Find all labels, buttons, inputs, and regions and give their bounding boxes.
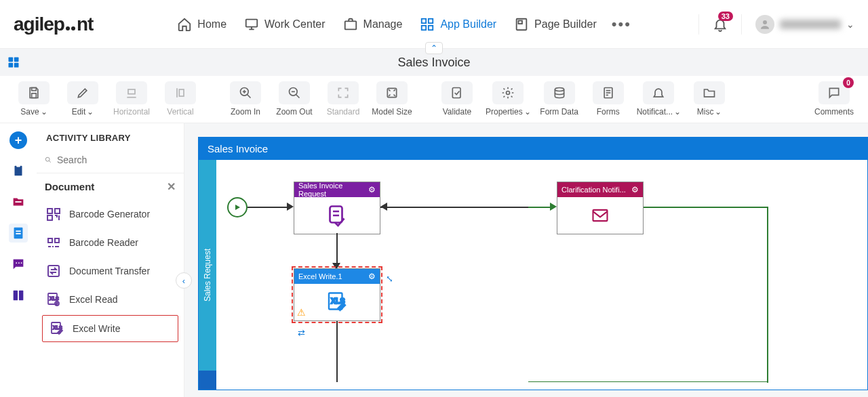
- node-clarification[interactable]: Clarification Notifi... ⚙: [557, 182, 644, 234]
- svg-rect-36: [15, 201, 21, 203]
- nav-home[interactable]: Home: [174, 13, 229, 36]
- notifications-toolbar-button[interactable]: Notificat... ⌄: [637, 81, 681, 117]
- brand-logo: agilepnt: [14, 14, 93, 35]
- form-icon: [601, 86, 615, 100]
- sync-icon[interactable]: ⇄: [298, 328, 305, 338]
- canvas-title: Sales Invoice: [198, 137, 868, 160]
- lib-item-barcode-generator[interactable]: Barcode Generator: [37, 200, 184, 228]
- nav-more[interactable]: •••: [612, 16, 631, 33]
- transfer-icon: [45, 262, 62, 280]
- search-input[interactable]: [57, 154, 176, 165]
- page-title: Sales Invoice: [397, 56, 470, 70]
- gear-icon[interactable]: ⚙: [631, 185, 639, 194]
- excel-read-icon: XLS: [45, 291, 62, 308]
- edit-button[interactable]: Edit ⌄: [62, 81, 103, 117]
- svg-point-8: [763, 20, 767, 24]
- close-icon[interactable]: ✕: [167, 180, 176, 193]
- svg-rect-59: [330, 207, 342, 223]
- nav-page-builder[interactable]: Page Builder: [511, 13, 599, 36]
- node-title: Excel Write.1: [298, 272, 342, 280]
- avatar: [755, 15, 774, 34]
- notifications-bell[interactable]: 33: [713, 17, 728, 32]
- align-horizontal-button[interactable]: Horizontal: [111, 81, 152, 117]
- svg-rect-49: [47, 215, 52, 220]
- comments-button[interactable]: 0 Comments: [814, 81, 854, 117]
- svg-rect-4: [422, 25, 426, 29]
- node-title: Sales Invoice Request: [298, 182, 368, 198]
- nav-app-builder[interactable]: App Builder: [417, 13, 499, 36]
- rail-clipboard[interactable]: [9, 161, 28, 180]
- misc-button[interactable]: Misc ⌄: [689, 81, 730, 117]
- node-resize-handle[interactable]: ⤡: [386, 274, 393, 284]
- play-icon: [233, 203, 241, 211]
- home-icon: [177, 17, 192, 32]
- rail-chat[interactable]: [9, 255, 28, 274]
- lib-item-label: Excel Write: [73, 323, 121, 334]
- divider: [698, 14, 699, 35]
- svg-rect-52: [48, 266, 59, 276]
- svg-rect-11: [9, 63, 14, 68]
- nav-manage[interactable]: Manage: [340, 13, 406, 36]
- grid-icon: [420, 17, 435, 32]
- align-horizontal-icon: [125, 86, 138, 100]
- svg-rect-18: [179, 89, 184, 96]
- start-node[interactable]: [227, 197, 248, 217]
- node-sales-invoice-request[interactable]: Sales Invoice Request ⚙: [294, 182, 380, 234]
- save-button[interactable]: Save ⌄: [14, 81, 54, 117]
- clipboard-icon: [11, 163, 26, 178]
- zoom-in-icon: [239, 86, 252, 100]
- svg-rect-7: [519, 20, 523, 24]
- collapse-top-button[interactable]: ⌃: [425, 42, 443, 54]
- lib-item-barcode-reader[interactable]: Barcode Reader: [37, 228, 184, 257]
- forms-button[interactable]: Forms: [588, 81, 629, 117]
- rail-document[interactable]: [9, 224, 28, 243]
- svg-rect-27: [452, 88, 460, 98]
- validate-button[interactable]: Validate: [437, 81, 477, 117]
- excel-write-icon: XLS: [48, 320, 66, 337]
- svg-rect-35: [16, 165, 20, 167]
- sidebar-title: ACTIVITY LIBRARY: [37, 123, 184, 150]
- gear-icon[interactable]: ⚙: [368, 185, 376, 194]
- svg-rect-10: [14, 58, 19, 62]
- rail-columns[interactable]: [9, 286, 28, 305]
- comment-icon: [827, 86, 841, 100]
- node-excel-write[interactable]: Excel Write.1 ⚙ XLS ⚠: [294, 268, 380, 321]
- svg-rect-44: [19, 291, 23, 301]
- nav-work-center[interactable]: Work Center: [241, 13, 328, 36]
- form-data-button[interactable]: Form Data: [539, 81, 580, 117]
- svg-line-20: [248, 95, 251, 98]
- svg-line-24: [296, 95, 300, 98]
- svg-rect-48: [55, 209, 60, 213]
- lib-item-excel-write[interactable]: XLS Excel Write: [42, 315, 178, 342]
- zoom-in-button[interactable]: Zoom In: [225, 81, 266, 117]
- svg-rect-60: [593, 210, 608, 221]
- columns-icon: [11, 288, 26, 303]
- zoom-out-button[interactable]: Zoom Out: [274, 81, 315, 117]
- svg-rect-13: [32, 88, 37, 91]
- add-activity-button[interactable]: +: [9, 131, 27, 149]
- align-vertical-button[interactable]: Vertical: [160, 81, 201, 117]
- collapse-sidebar-button[interactable]: ‹: [176, 272, 192, 289]
- properties-button[interactable]: Properties ⌄: [486, 81, 531, 117]
- divider: [741, 14, 742, 35]
- lib-item-document-transfer[interactable]: Document Transfer: [37, 257, 184, 285]
- warning-icon: ⚠: [297, 307, 306, 318]
- folder-tab-icon: [11, 194, 26, 209]
- document-icon: [11, 226, 26, 241]
- user-menu[interactable]: ⌄: [755, 15, 854, 34]
- apps-grid-button[interactable]: [0, 56, 27, 69]
- search-input-wrapper: [37, 150, 184, 173]
- svg-line-46: [49, 161, 51, 163]
- zoom-standard-button[interactable]: Standard: [323, 81, 363, 117]
- svg-rect-12: [14, 63, 19, 68]
- gear-icon[interactable]: ⚙: [368, 272, 376, 281]
- form-check-icon: [325, 203, 349, 228]
- category-label: Document: [45, 181, 94, 192]
- svg-point-45: [45, 157, 50, 161]
- page-icon: [514, 17, 529, 32]
- workflow-canvas[interactable]: Sales Request Sales Invoice Request ⚙: [198, 160, 868, 390]
- lib-item-excel-read[interactable]: XLS Excel Read: [37, 285, 184, 314]
- edit-icon: [76, 86, 90, 100]
- rail-folder[interactable]: [9, 192, 28, 211]
- model-size-button[interactable]: Model Size: [372, 81, 412, 117]
